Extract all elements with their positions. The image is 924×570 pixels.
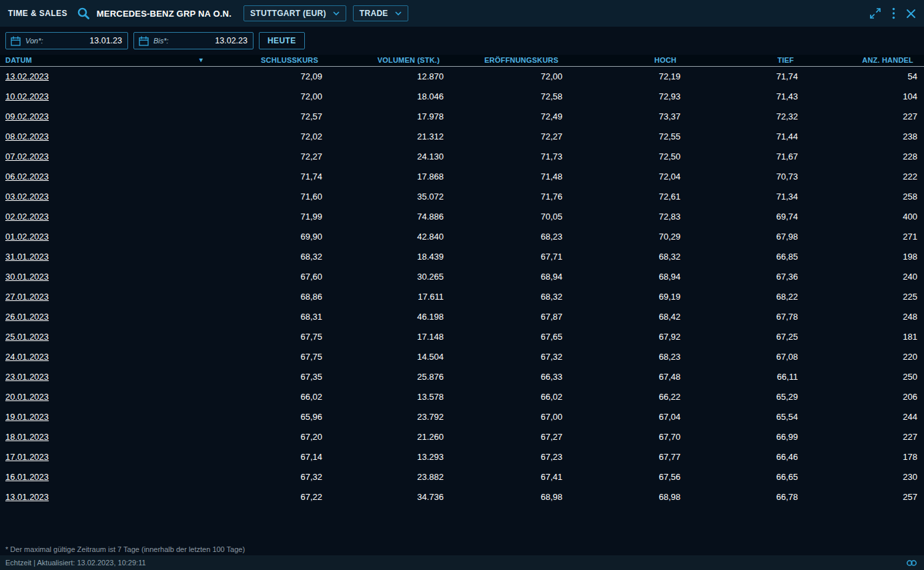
value-cell: 66,11 [687, 366, 805, 386]
value-cell: 240 [805, 266, 924, 286]
value-cell: 67,98 [687, 226, 805, 246]
value-cell: 67,75 [207, 346, 329, 366]
bis-value: 13.02.23 [169, 36, 248, 45]
von-date-input[interactable]: Von*: 13.01.23 [5, 32, 128, 49]
date-link[interactable]: 19.01.2023 [5, 412, 49, 422]
exchange-select[interactable]: STUTTGART (EUR) [244, 5, 346, 21]
value-cell: 12.870 [329, 66, 450, 86]
value-cell: 18.439 [329, 246, 450, 266]
value-cell: 21.260 [329, 426, 450, 447]
column-header-tief[interactable]: TIEF [687, 55, 805, 66]
value-cell: 71,34 [687, 186, 805, 206]
date-cell: 17.01.2023 [0, 447, 207, 467]
date-link[interactable]: 01.02.2023 [5, 232, 49, 242]
date-cell: 31.01.2023 [0, 246, 207, 266]
date-link[interactable]: 13.02.2023 [5, 71, 49, 81]
expand-icon[interactable] [869, 7, 881, 19]
heute-button[interactable]: HEUTE [259, 32, 305, 49]
value-cell: 68,32 [569, 246, 687, 266]
value-cell: 70,29 [569, 226, 687, 246]
value-cell: 67,71 [450, 246, 569, 266]
date-link[interactable]: 09.02.2023 [5, 111, 49, 121]
date-link[interactable]: 31.01.2023 [5, 252, 49, 262]
date-link[interactable]: 03.02.2023 [5, 192, 49, 202]
date-link[interactable]: 16.01.2023 [5, 472, 49, 482]
value-cell: 72,27 [450, 126, 569, 146]
bis-date-input[interactable]: Bis*: 13.02.23 [133, 32, 254, 49]
date-cell: 02.02.2023 [0, 206, 207, 226]
titlebar: TIME & SALES MERCEDES-BENZ GRP NA O.N. S… [0, 0, 924, 27]
date-link[interactable]: 30.01.2023 [5, 272, 49, 282]
chevron-down-icon [333, 11, 340, 15]
date-link[interactable]: 07.02.2023 [5, 152, 49, 162]
value-cell: 21.312 [329, 126, 450, 146]
value-cell: 66,78 [687, 487, 805, 507]
date-link[interactable]: 24.01.2023 [5, 352, 49, 362]
date-link[interactable]: 02.02.2023 [5, 212, 49, 222]
value-cell: 67,35 [207, 366, 329, 386]
value-cell: 68,32 [450, 286, 569, 306]
column-header-hoch[interactable]: HOCH [569, 55, 687, 66]
kebab-menu-icon[interactable] [892, 7, 895, 19]
value-cell: 68,31 [207, 306, 329, 326]
table-row: 30.01.202367,6030.26568,9468,9467,36240 [0, 266, 924, 286]
von-label: Von*: [25, 37, 43, 45]
bis-label: Bis*: [153, 37, 169, 45]
table-row: 25.01.202367,7517.14867,6567,9267,25181 [0, 326, 924, 346]
value-cell: 71,73 [450, 146, 569, 166]
trade-select[interactable]: TRADE [353, 5, 408, 21]
value-cell: 220 [805, 346, 924, 366]
date-cell: 23.01.2023 [0, 366, 207, 386]
value-cell: 206 [805, 386, 924, 406]
table-row: 08.02.202372,0221.31272,2772,5571,44238 [0, 126, 924, 146]
date-link[interactable]: 17.01.2023 [5, 452, 49, 462]
sort-descending-icon[interactable]: ▾ [199, 57, 203, 63]
value-cell: 68,98 [569, 487, 687, 507]
column-header-volumen[interactable]: VOLUMEN (STK.) [329, 55, 450, 66]
date-link[interactable]: 23.01.2023 [5, 372, 49, 382]
date-link[interactable]: 13.01.2023 [5, 492, 49, 502]
date-link[interactable]: 06.02.2023 [5, 172, 49, 182]
value-cell: 67,75 [207, 326, 329, 346]
date-link[interactable]: 18.01.2023 [5, 432, 49, 442]
column-header-anz-handel[interactable]: ANZ. HANDEL [805, 55, 924, 66]
trade-select-value: TRADE [360, 9, 388, 18]
value-cell: 71,74 [687, 66, 805, 86]
value-cell: 72,50 [569, 146, 687, 166]
value-cell: 67,04 [569, 406, 687, 426]
value-cell: 66,46 [687, 447, 805, 467]
column-header-eroeffnungskurs[interactable]: ERÖFFNUNGSKURS [450, 55, 569, 66]
table-row: 09.02.202372,5717.97872,4973,3772,32227 [0, 106, 924, 126]
value-cell: 67,87 [450, 306, 569, 326]
value-cell: 23.882 [329, 467, 450, 487]
date-cell: 25.01.2023 [0, 326, 207, 346]
value-cell: 72,00 [207, 86, 329, 106]
value-cell: 13.578 [329, 386, 450, 406]
search-icon[interactable] [77, 7, 90, 20]
value-cell: 67,22 [207, 487, 329, 507]
date-link[interactable]: 27.01.2023 [5, 292, 49, 302]
value-cell: 70,73 [687, 166, 805, 186]
link-icon[interactable] [906, 559, 917, 567]
value-cell: 67,32 [207, 467, 329, 487]
value-cell: 400 [805, 206, 924, 226]
table-header-row: DATUM ▾ SCHLUSSKURS VOLUMEN (STK.) ERÖFF… [0, 55, 924, 66]
table-row: 13.01.202367,2234.73668,9868,9866,78257 [0, 487, 924, 507]
value-cell: 227 [805, 426, 924, 447]
date-link[interactable]: 25.01.2023 [5, 332, 49, 342]
value-cell: 71,74 [207, 166, 329, 186]
table-row: 03.02.202371,6035.07271,7672,6171,34258 [0, 186, 924, 206]
date-link[interactable]: 10.02.2023 [5, 91, 49, 101]
date-cell: 03.02.2023 [0, 186, 207, 206]
date-link[interactable]: 20.01.2023 [5, 392, 49, 402]
column-header-datum[interactable]: DATUM ▾ [0, 55, 207, 66]
column-header-schlusskurs[interactable]: SCHLUSSKURS [207, 55, 329, 66]
close-icon[interactable] [906, 9, 916, 19]
value-cell: 72,58 [450, 86, 569, 106]
date-link[interactable]: 26.01.2023 [5, 312, 49, 322]
value-cell: 30.265 [329, 266, 450, 286]
value-cell: 68,98 [450, 487, 569, 507]
date-link[interactable]: 08.02.2023 [5, 131, 49, 141]
date-cell: 09.02.2023 [0, 106, 207, 126]
date-cell: 16.01.2023 [0, 467, 207, 487]
